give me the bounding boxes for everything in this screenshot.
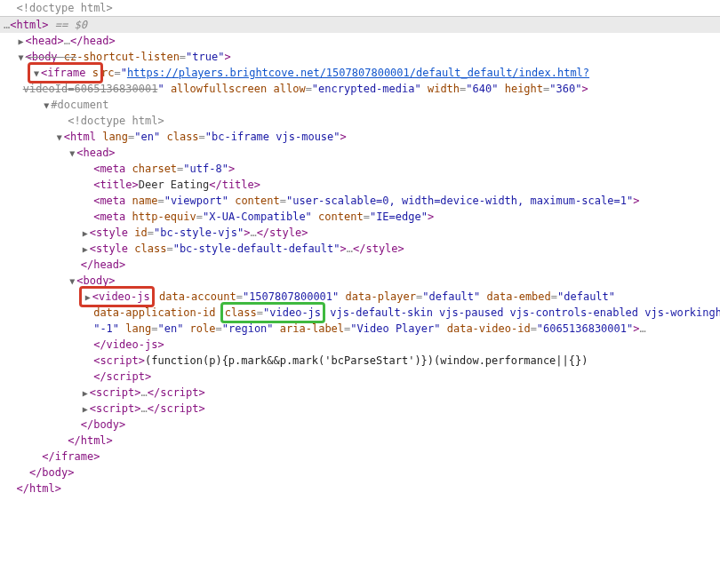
body-close-tag: </body> (29, 466, 75, 479)
script-inline-close[interactable]: </script> (0, 369, 720, 385)
body-attr-name: -shortcut-listen (76, 51, 180, 63)
videoid-attr: data-video-id (447, 322, 531, 335)
content-value: user-scalable=0, width=device-width, max… (292, 195, 627, 207)
class-value-part1: video-js (269, 306, 321, 319)
videojs-close-tag: </video-js> (93, 338, 164, 351)
charset-value: utf-8 (190, 163, 222, 175)
title-close: </title> (209, 179, 260, 191)
id-attr: id (134, 226, 147, 239)
collapse-arrow-icon[interactable] (32, 67, 41, 80)
videojs-close[interactable]: </video-js> (0, 337, 720, 353)
inner-doctype-text: <!doctype html> (68, 115, 164, 127)
doctype-text: <!doctype html> (16, 2, 112, 14)
data-embed-attr: data-embed (487, 290, 551, 303)
content-value: IE=edge (376, 211, 421, 223)
inner-head-open[interactable]: <head> (0, 145, 720, 161)
outer-html-close[interactable]: </html> (0, 481, 720, 497)
name-value: viewport (171, 195, 222, 207)
class-attr: class (134, 242, 166, 255)
style-element-2[interactable]: <style class="bc-style-default-default">… (0, 241, 720, 257)
expand-arrow-icon[interactable] (84, 290, 92, 304)
script-open: <script> (90, 386, 141, 399)
expand-arrow-icon[interactable] (16, 35, 25, 48)
aria-value: Video Player (357, 322, 435, 335)
role-attr: role (190, 322, 216, 335)
inner-doctype[interactable]: <!doctype html> (0, 113, 720, 129)
collapse-arrow-icon[interactable] (55, 131, 64, 144)
meta-charset[interactable]: <meta charset="utf-8"> (0, 161, 720, 177)
aria-attr: aria-label (280, 322, 344, 335)
videojs-element-line1[interactable]: <video-js data-account="1507807800001" d… (0, 289, 720, 305)
title-element[interactable]: <title>Deer Eating</title> (0, 177, 720, 193)
body-open-tag: <body> (76, 274, 115, 287)
httpequiv-value: X-UA-Compatible (209, 211, 305, 223)
devtools-elements-panel[interactable]: <!doctype html> …<html> == $0 <head>…</h… (0, 0, 720, 588)
expand-arrow-icon[interactable] (81, 386, 90, 400)
inner-body-close[interactable]: </body> (0, 417, 720, 433)
expand-arrow-icon[interactable] (81, 402, 90, 416)
data-player-value: default (428, 290, 474, 303)
allow-attr: allow (274, 83, 306, 95)
meta-viewport[interactable]: <meta name="viewport" content="user-scal… (0, 193, 720, 209)
iframe-element[interactable]: <iframe src="https://players.brightcove.… (0, 65, 720, 81)
iframe-close[interactable]: </iframe> (0, 449, 720, 465)
style-element-1[interactable]: <style id="bc-style-vjs">…</style> (0, 225, 720, 241)
title-text: Deer Eating (139, 179, 209, 191)
body-attr-value: true (192, 51, 218, 63)
iframe-element-line2[interactable]: videoId=6065136830001" allowfullscreen a… (0, 81, 720, 97)
document-label: #document (51, 99, 108, 111)
content-attr: content (235, 195, 280, 207)
collapse-arrow-icon[interactable] (68, 274, 76, 288)
expand-arrow-icon[interactable] (81, 242, 90, 256)
data-app-attr: data-application-id (93, 306, 215, 319)
html-close-tag: </html> (68, 434, 113, 447)
shadow-document[interactable]: #document (0, 97, 720, 113)
class-value: bc-style-default-default (180, 242, 333, 255)
name-attr: name (132, 195, 158, 207)
script-code: (function(p){p.mark&&p.mark('bcParseStar… (145, 354, 588, 367)
lang-attr: lang (125, 322, 151, 335)
script-collapsed-1[interactable]: <script>…</script> (0, 385, 720, 401)
inner-head-close[interactable]: </head> (0, 257, 720, 273)
doctype-line[interactable]: <!doctype html> (0, 0, 720, 16)
body-strike: <body cz (25, 51, 76, 63)
content-attr: content (318, 211, 364, 223)
data-account-attr: data-account (159, 290, 236, 303)
collapse-arrow-icon[interactable] (16, 51, 25, 64)
head-open-tag: <head> (76, 147, 115, 159)
html-close-tag: </html> (16, 482, 61, 495)
lang-value: en (164, 322, 177, 335)
script-inline[interactable]: <script>(function(p){p.mark&&p.mark('bcP… (0, 353, 720, 369)
head-close: </head> (70, 35, 116, 47)
videojs-element-line2[interactable]: data-application-id class="video-js vjs-… (0, 305, 720, 321)
body-element[interactable]: <body cz-shortcut-listen="true"> (0, 49, 720, 65)
class-attr: class (166, 131, 198, 143)
allowfullscreen-attr: allowfullscreen (171, 83, 267, 95)
data-account-value: 1507807800001 (249, 290, 332, 303)
script-collapsed-2[interactable]: <script>…</script> (0, 401, 720, 417)
iframe-src-link[interactable]: https://players.brightcove.net/150780780… (127, 67, 589, 79)
iframe-tag: iframe (47, 67, 85, 79)
collapse-arrow-icon[interactable] (68, 147, 76, 160)
html-element-selected[interactable]: …<html> == $0 (0, 16, 720, 33)
inner-html-element[interactable]: <html lang="en" class="bc-iframe vjs-mou… (0, 129, 720, 145)
httpequiv-attr: http-equiv (132, 211, 196, 223)
data-embed-value: default (564, 290, 609, 303)
expand-arrow-icon[interactable] (81, 226, 90, 240)
inner-html-close[interactable]: </html> (0, 433, 720, 449)
meta-http-equiv[interactable]: <meta http-equiv="X-UA-Compatible" conte… (0, 209, 720, 225)
script-close-word: script> (107, 370, 152, 383)
id-value: bc-style-vjs (160, 226, 237, 239)
videojs-element-line3[interactable]: "-1" lang="en" role="region" aria-label=… (0, 321, 720, 337)
head-open: <head> (25, 35, 63, 47)
class-attr: class (225, 306, 257, 319)
head-collapsed[interactable]: <head>…</head> (0, 33, 720, 49)
class-value-part2: vjs-default-skin vjs-paused vjs-controls… (324, 306, 720, 319)
class-value: bc-iframe vjs-mouse (212, 131, 333, 143)
script-open: <script> (90, 402, 141, 415)
iframe-close-tag: </iframe> (42, 450, 100, 463)
videojs-tag: video-js (99, 290, 150, 303)
collapse-arrow-icon[interactable] (42, 99, 51, 112)
outer-body-close[interactable]: </body> (0, 465, 720, 481)
role-value: region (228, 322, 267, 335)
